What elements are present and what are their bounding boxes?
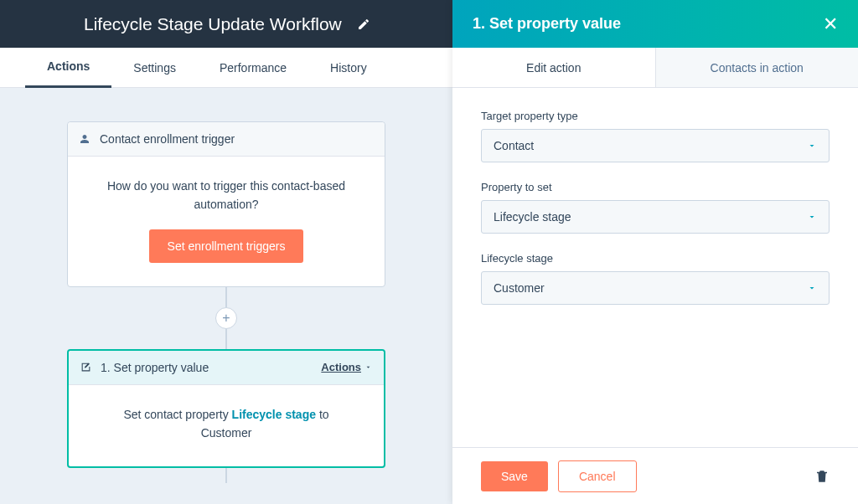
person-icon [80,134,91,144]
tab-label: Actions [47,59,90,73]
field-label: Target property type [481,110,830,122]
side-panel: 1. Set property value ✕ Edit action Cont… [452,0,858,504]
caret-down-icon [807,212,817,222]
action-card-body: Set contact property Lifecycle stage to … [69,385,384,466]
trigger-card[interactable]: Contact enrollment trigger How do you wa… [67,121,385,287]
caret-down-icon [807,283,817,293]
property-link[interactable]: Lifecycle stage [232,408,316,421]
cancel-button[interactable]: Cancel [558,460,637,492]
close-icon[interactable]: ✕ [823,13,838,35]
action-card-title: 1. Set property value [101,361,209,374]
edit-square-icon [80,362,92,373]
set-triggers-button[interactable]: Set enrollment triggers [149,229,304,263]
trigger-question: How do you want to trigger this contact-… [91,177,361,214]
field-target-type: Target property type Contact [481,110,830,162]
stage-select[interactable]: Customer [481,271,830,305]
select-value: Customer [494,281,545,295]
panel-tabs: Edit action Contacts in action [452,48,858,88]
tab-actions[interactable]: Actions [25,48,111,88]
trigger-card-title: Contact enrollment trigger [100,132,235,146]
trash-icon[interactable] [814,469,830,484]
chevron-down-icon [364,363,372,371]
panel-tab-edit[interactable]: Edit action [452,48,655,87]
panel-body: Target property type Contact Property to… [452,88,858,447]
save-button[interactable]: Save [481,461,548,491]
property-select[interactable]: Lifecycle stage [481,200,830,234]
select-value: Contact [494,139,534,152]
action-body-text: Set contact property [123,408,231,421]
trigger-card-body: How do you want to trigger this contact-… [68,157,385,286]
panel-tab-label: Edit action [526,61,581,75]
panel-tab-contacts[interactable]: Contacts in action [655,48,859,87]
field-stage: Lifecycle stage Customer [481,252,830,305]
panel-footer: Save Cancel [452,447,858,504]
connector-line [225,329,227,349]
action-card-header: 1. Set property value Actions [69,351,384,385]
panel-tab-label: Contacts in action [711,61,804,75]
target-type-select[interactable]: Contact [481,129,830,162]
caret-down-icon [807,141,817,151]
actions-label: Actions [321,361,361,373]
workflow-canvas: Contact enrollment trigger How do you wa… [0,88,452,504]
main-tabs: Actions Settings Performance History [0,48,452,88]
panel-title: 1. Set property value [473,15,621,33]
action-body-text: to [316,408,329,421]
add-step-button[interactable]: + [215,307,237,329]
workflow-editor-left: Lifecycle Stage Update Workflow Actions … [0,0,452,504]
field-label: Property to set [481,181,830,193]
pencil-icon[interactable] [357,18,370,31]
tab-performance[interactable]: Performance [198,48,308,88]
connector-line [225,468,227,483]
panel-header: 1. Set property value ✕ [452,0,858,48]
tab-settings[interactable]: Settings [111,48,198,88]
field-property: Property to set Lifecycle stage [481,181,830,234]
tab-history[interactable]: History [308,48,389,88]
tab-label: History [330,61,367,75]
action-card-actions-dropdown[interactable]: Actions [321,361,372,373]
action-card[interactable]: 1. Set property value Actions Set contac… [67,349,385,468]
title-bar: Lifecycle Stage Update Workflow [0,0,452,48]
tab-label: Performance [220,61,287,75]
field-label: Lifecycle stage [481,252,830,265]
action-body-value: Customer [201,426,252,440]
tab-label: Settings [133,61,176,75]
select-value: Lifecycle stage [494,210,571,224]
connector-line [225,287,227,307]
workflow-title: Lifecycle Stage Update Workflow [84,14,342,34]
trigger-card-header: Contact enrollment trigger [68,122,385,157]
